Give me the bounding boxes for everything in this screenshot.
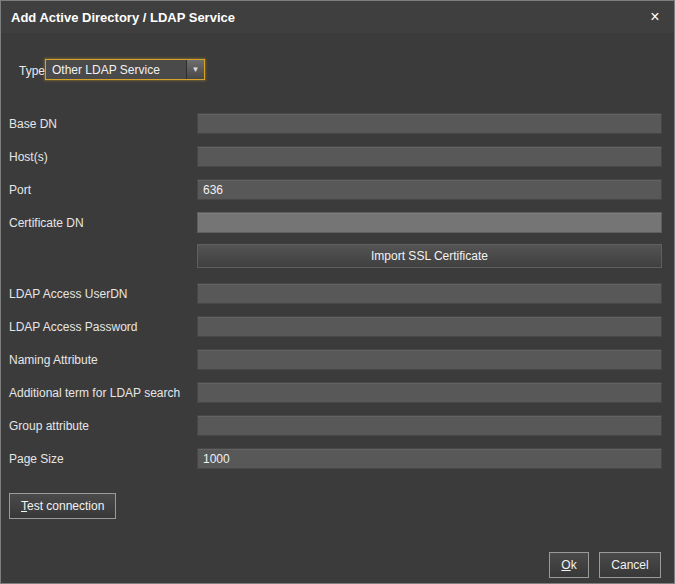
port-input[interactable] bbox=[197, 179, 662, 200]
form-row-naming-attribute: Naming Attribute bbox=[1, 349, 674, 371]
chevron-down-icon[interactable]: ▼ bbox=[186, 60, 204, 79]
naming-attribute-input[interactable] bbox=[197, 349, 662, 370]
ok-button[interactable]: Ok bbox=[549, 552, 589, 578]
import-ssl-certificate-button[interactable]: Import SSL Certificate bbox=[197, 244, 662, 268]
type-dropdown-value: Other LDAP Service bbox=[46, 63, 186, 77]
form-row-ldap-access-password: LDAP Access Password bbox=[1, 316, 674, 338]
base-dn-label: Base DN bbox=[9, 117, 57, 131]
port-label: Port bbox=[9, 183, 31, 197]
ldap-access-password-input[interactable] bbox=[197, 316, 662, 337]
close-icon[interactable]: × bbox=[646, 9, 664, 25]
naming-attribute-label: Naming Attribute bbox=[9, 353, 98, 367]
page-size-label: Page Size bbox=[9, 452, 64, 466]
group-attribute-label: Group attribute bbox=[9, 419, 89, 433]
additional-term-label: Additional term for LDAP search bbox=[9, 386, 180, 400]
type-label: Type bbox=[19, 64, 45, 78]
form-row-page-size: Page Size bbox=[1, 448, 674, 470]
test-connection-label: est connection bbox=[27, 499, 104, 513]
ldap-access-userdn-input[interactable] bbox=[197, 283, 662, 304]
certificate-dn-input[interactable] bbox=[197, 212, 662, 233]
form-row-additional-term: Additional term for LDAP search bbox=[1, 382, 674, 404]
dialog-title: Add Active Directory / LDAP Service bbox=[11, 10, 646, 25]
hosts-label: Host(s) bbox=[9, 150, 48, 164]
cancel-button[interactable]: Cancel bbox=[599, 552, 661, 578]
form-row-port: Port bbox=[1, 179, 674, 201]
form-row-certificate-dn: Certificate DN bbox=[1, 212, 674, 234]
hosts-input[interactable] bbox=[197, 146, 662, 167]
ok-mnemonic: O bbox=[561, 558, 570, 572]
group-attribute-input[interactable] bbox=[197, 415, 662, 436]
ok-label: k bbox=[571, 558, 577, 572]
add-ldap-service-dialog: Add Active Directory / LDAP Service × Ty… bbox=[0, 0, 675, 584]
ldap-access-password-label: LDAP Access Password bbox=[9, 320, 138, 334]
certificate-dn-label: Certificate DN bbox=[9, 216, 84, 230]
form-row-ldap-access-userdn: LDAP Access UserDN bbox=[1, 283, 674, 305]
page-size-input[interactable] bbox=[197, 448, 662, 469]
form-row-group-attribute: Group attribute bbox=[1, 415, 674, 437]
additional-term-input[interactable] bbox=[197, 382, 662, 403]
base-dn-input[interactable] bbox=[197, 113, 662, 134]
ldap-access-userdn-label: LDAP Access UserDN bbox=[9, 287, 127, 301]
dialog-titlebar: Add Active Directory / LDAP Service × bbox=[1, 1, 674, 33]
type-dropdown[interactable]: Other LDAP Service ▼ bbox=[45, 59, 205, 80]
form-row-hosts: Host(s) bbox=[1, 146, 674, 168]
test-connection-button[interactable]: Test connection bbox=[9, 493, 116, 519]
form-row-base-dn: Base DN bbox=[1, 113, 674, 135]
